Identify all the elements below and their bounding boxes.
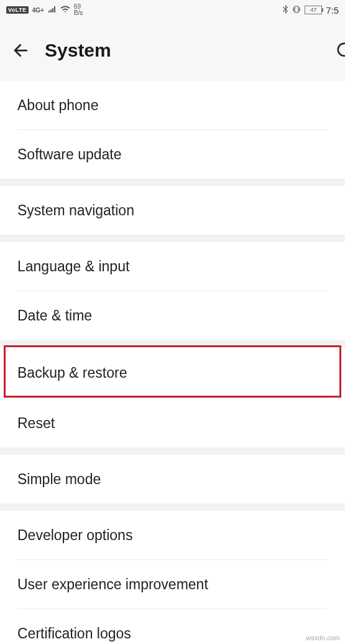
status-left: VoLTE 4G+ 69 B/s — [6, 4, 83, 16]
bluetooth-icon — [282, 5, 288, 16]
item-reset[interactable]: Reset — [0, 399, 345, 447]
item-developer-options[interactable]: Developer options — [0, 511, 345, 559]
svg-rect-0 — [295, 6, 298, 12]
watermark: wsxdn.com — [306, 634, 340, 642]
item-about-phone[interactable]: About phone — [0, 81, 345, 129]
signal-icon — [48, 6, 57, 15]
speed-unit: B/s — [74, 10, 83, 16]
item-label: Backup & restore — [17, 365, 127, 381]
clock: 7:5 — [326, 5, 339, 16]
item-label: Reset — [17, 415, 55, 432]
item-language-input[interactable]: Language & input — [0, 242, 345, 291]
item-label: System navigation — [17, 202, 134, 219]
settings-group: About phone Software update — [0, 81, 345, 179]
settings-group: Backup & restore Reset — [0, 347, 345, 447]
battery-icon: 47 — [305, 6, 322, 14]
volte-badge: VoLTE — [6, 6, 29, 14]
item-label: Developer options — [17, 527, 132, 544]
item-label: Certification logos — [17, 625, 131, 642]
item-certification-logos[interactable]: Certification logos — [0, 609, 345, 644]
net-speed: 69 B/s — [74, 4, 83, 16]
svg-point-3 — [338, 44, 345, 56]
battery-level: 47 — [310, 7, 316, 13]
item-date-time[interactable]: Date & time — [0, 291, 345, 340]
network-type: 4G+ — [32, 7, 44, 14]
settings-group: Simple mode — [0, 455, 345, 503]
item-label: About phone — [17, 97, 98, 114]
item-user-experience-improvement[interactable]: User experience improvement — [0, 560, 345, 609]
item-simple-mode[interactable]: Simple mode — [0, 455, 345, 503]
item-label: Date & time — [17, 307, 92, 324]
vibrate-icon — [292, 5, 301, 16]
item-backup-restore[interactable]: Backup & restore — [0, 347, 345, 398]
item-label: Language & input — [17, 258, 129, 275]
item-label: User experience improvement — [17, 576, 208, 593]
item-system-navigation[interactable]: System navigation — [0, 186, 345, 235]
settings-group: Developer options User experience improv… — [0, 511, 345, 644]
wifi-icon — [60, 6, 70, 15]
settings-group: System navigation — [0, 186, 345, 235]
item-software-update[interactable]: Software update — [0, 130, 345, 179]
status-right: 47 7:5 — [282, 5, 339, 16]
item-label: Software update — [17, 146, 122, 163]
settings-group: Language & input Date & time — [0, 242, 345, 340]
search-button[interactable] — [326, 39, 345, 62]
search-icon — [336, 41, 345, 60]
back-button[interactable] — [10, 39, 32, 62]
arrow-left-icon — [12, 41, 30, 60]
page-title: System — [45, 40, 111, 61]
status-bar: VoLTE 4G+ 69 B/s 47 7:5 — [0, 0, 345, 20]
item-label: Simple mode — [17, 471, 101, 488]
header: System — [0, 20, 345, 81]
